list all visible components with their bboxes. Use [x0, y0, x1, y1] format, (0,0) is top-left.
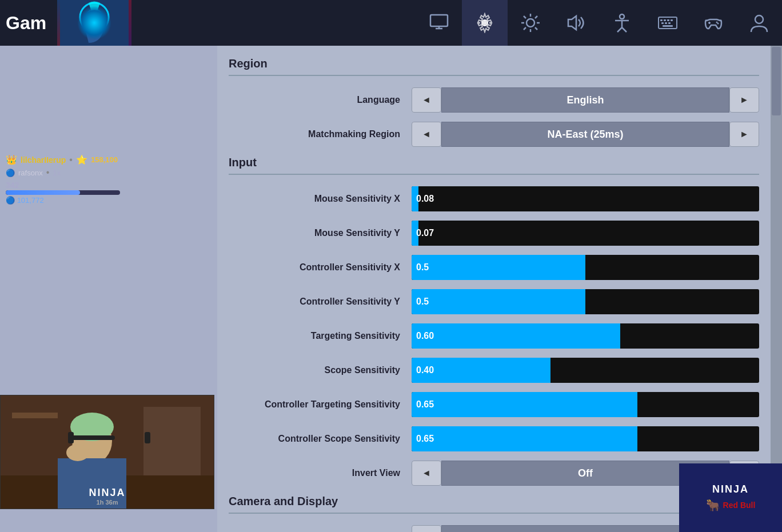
controller-targeting-label: Controller Targeting Sensitivity	[229, 399, 412, 410]
mouse-y-row: Mouse Sensitivity Y 0.07	[229, 221, 759, 246]
svg-rect-25	[665, 22, 667, 24]
sub-name: rafsonx	[18, 169, 43, 177]
nav-settings-button[interactable]	[462, 0, 508, 46]
controller-x-label: Controller Sensitivity X	[229, 262, 412, 273]
controller-x-fill	[412, 255, 585, 280]
targeting-fill	[412, 323, 620, 349]
nav-keyboard-button[interactable]	[645, 0, 691, 46]
matchmaking-row: Matchmaking Region ◄ NA-East (25ms) ►	[229, 122, 759, 147]
controller-y-label: Controller Sensitivity Y	[229, 297, 412, 307]
svg-rect-20	[660, 19, 663, 21]
controller-x-value: 0.5	[416, 262, 429, 273]
game-thumbnail	[57, 0, 131, 46]
scrollbar-track[interactable]	[771, 46, 782, 532]
progress-bar-row: 342	[6, 180, 217, 195]
controller-scope-fill	[412, 426, 637, 451]
scope-row: Scope Sensitivity 0.40	[229, 358, 759, 383]
nav-audio-button[interactable]	[553, 0, 599, 46]
top-bar: Gam	[0, 0, 782, 46]
settings-icon	[474, 13, 495, 33]
svg-point-43	[66, 444, 89, 461]
targeting-label: Targeting Sensitivity	[229, 331, 412, 341]
controller-targeting-row: Controller Targeting Sensitivity 0.65	[229, 392, 759, 417]
nav-icons	[416, 0, 782, 46]
controller-targeting-fill	[412, 392, 637, 417]
language-prev-button[interactable]: ◄	[412, 87, 441, 113]
svg-rect-3	[430, 15, 448, 26]
controller-scope-slider[interactable]: 0.65	[412, 426, 759, 451]
svg-point-32	[755, 15, 763, 23]
mouse-y-slider[interactable]: 0.07	[412, 221, 759, 246]
svg-line-16	[524, 27, 526, 30]
game-title: Gam	[0, 13, 46, 34]
language-next-button[interactable]: ►	[729, 87, 759, 113]
matchmaking-prev-button[interactable]: ◄	[412, 122, 441, 147]
cam-label: NINJA 1h 36m	[89, 487, 125, 506]
svg-rect-22	[667, 19, 669, 21]
crown-icon: 👑	[6, 154, 17, 165]
svg-rect-21	[664, 19, 666, 21]
level-number: 342	[6, 181, 19, 190]
controller-targeting-slider[interactable]: 0.65	[412, 392, 759, 417]
targeting-value: 0.60	[416, 331, 434, 341]
brightness-icon	[520, 13, 541, 33]
nav-account-button[interactable]	[736, 0, 782, 46]
cam-video: NINJA 1h 36m	[1, 395, 214, 509]
language-label: Language	[229, 95, 412, 105]
redbull-icon: 🐂	[706, 498, 720, 512]
controller-y-row: Controller Sensitivity Y 0.5	[229, 289, 759, 314]
ninja-sponsor-label: NINJA	[712, 483, 749, 495]
controller-scope-label: Controller Scope Sensitivity	[229, 434, 412, 444]
controller-icon	[703, 13, 724, 33]
nav-controller-button[interactable]	[691, 0, 736, 46]
nav-brightness-button[interactable]	[508, 0, 553, 46]
audio-icon	[566, 13, 586, 33]
matchmaking-next-button[interactable]: ►	[729, 122, 759, 147]
stream-cam: NINJA 1h 36m	[0, 395, 214, 509]
star-icon: ⭐	[76, 154, 87, 165]
controller-targeting-value: 0.65	[416, 399, 434, 410]
monitor-icon	[429, 13, 449, 33]
matchmaking-label: Matchmaking Region	[229, 129, 412, 139]
controller-scope-value: 0.65	[416, 434, 434, 444]
svg-rect-27	[663, 25, 673, 27]
mouse-x-slider[interactable]: 0.08	[412, 186, 759, 211]
matchmaking-value: NA-East (25ms)	[441, 122, 729, 147]
redbull-overlay: NINJA 🐂 Red Bull	[679, 463, 782, 532]
svg-rect-40	[69, 435, 115, 440]
targeting-slider[interactable]: 0.60	[412, 323, 759, 349]
svg-rect-36	[143, 407, 201, 475]
svg-rect-41	[68, 432, 74, 443]
controller-y-fill	[412, 289, 585, 314]
nav-monitor-button[interactable]	[416, 0, 462, 46]
mouse-y-value: 0.07	[416, 228, 434, 238]
xp-row: 🔵 101,772	[6, 195, 217, 205]
language-row: Language ◄ English ►	[229, 87, 759, 113]
language-value: English	[441, 87, 729, 113]
svg-point-18	[620, 14, 624, 19]
scope-slider[interactable]: 0.40	[412, 358, 759, 383]
mouse-x-label: Mouse Sensitivity X	[229, 194, 412, 204]
controller-scope-row: Controller Scope Sensitivity 0.65	[229, 426, 759, 451]
controller-y-slider[interactable]: 0.5	[412, 289, 759, 314]
svg-rect-24	[661, 22, 664, 24]
sub-info-row: 🔵 rafsonx • 1x	[6, 167, 217, 178]
svg-rect-42	[145, 432, 150, 443]
controller-x-row: Controller Sensitivity X 0.5	[229, 255, 759, 280]
nav-accessibility-button[interactable]	[599, 0, 645, 46]
region-header: Region	[229, 57, 759, 76]
matchmaking-control: ◄ NA-East (25ms) ►	[412, 122, 759, 147]
controller-x-slider[interactable]: 0.5	[412, 255, 759, 280]
mouse-x-row: Mouse Sensitivity X 0.08	[229, 186, 759, 211]
left-panel: 👑 lilcharIIerup • ⭐ 158,100 🔵 rafsonx • …	[0, 46, 217, 532]
invert-prev-button[interactable]: ◄	[412, 461, 441, 486]
scrollbar-thumb[interactable]	[772, 47, 781, 115]
progress-bar-bg	[6, 190, 120, 195]
streamer-mode-prev-button[interactable]: ◄	[412, 525, 441, 532]
scope-label: Scope Sensitivity	[229, 365, 412, 375]
targeting-row: Targeting Sensitivity 0.60	[229, 323, 759, 349]
scope-value: 0.40	[416, 365, 434, 375]
svg-line-15	[535, 16, 537, 18]
svg-rect-26	[668, 22, 671, 24]
user-level: 158,100	[91, 155, 118, 164]
